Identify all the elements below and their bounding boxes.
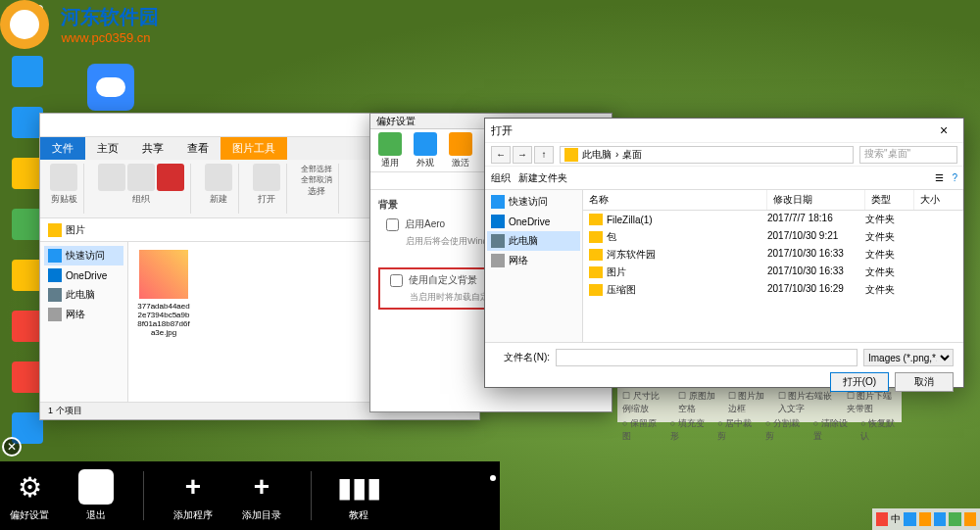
tray-icon[interactable] <box>964 512 976 526</box>
pc-icon <box>491 234 505 248</box>
sidebar-item-pc[interactable]: 此电脑 <box>487 231 580 251</box>
file-thumbnail <box>139 250 188 299</box>
tray-icon[interactable] <box>934 512 946 526</box>
ribbon-organize: 组织 <box>92 164 191 214</box>
pc-icon <box>48 288 62 302</box>
tab-view[interactable]: 查看 <box>175 137 220 160</box>
sidebar-item-pc[interactable]: 此电脑 <box>44 285 123 305</box>
sidebar-item-onedrive[interactable]: OneDrive <box>44 265 123 285</box>
prefs-tab-activate[interactable]: 激活 <box>444 132 477 169</box>
plus-icon: + <box>244 469 279 505</box>
check-icon <box>378 132 402 156</box>
books-icon: ▮▮▮ <box>341 469 376 505</box>
col-type[interactable]: 类型 <box>865 190 914 210</box>
dock-preferences[interactable]: ⚙偏好设置 <box>10 469 49 522</box>
open-button[interactable]: 打开(O) <box>830 372 889 392</box>
dock-separator <box>143 471 144 520</box>
col-date[interactable]: 修改日期 <box>767 190 865 210</box>
prefs-tab-appearance[interactable]: 外观 <box>409 132 442 169</box>
file-row[interactable]: 图片2017/10/30 16:33文件夹 <box>583 264 963 281</box>
folder-icon <box>589 284 603 296</box>
star-icon <box>48 249 62 263</box>
ribbon-new: 新建 <box>199 164 239 214</box>
custom-bg-checkbox[interactable] <box>390 274 403 287</box>
sidebar-item-quick[interactable]: 快速访问 <box>487 192 580 212</box>
option-radio[interactable]: ○ 保留原图 <box>622 417 659 443</box>
open-dialog-titlebar[interactable]: 打开 × <box>485 119 963 142</box>
up-button[interactable]: ↑ <box>534 146 554 164</box>
file-item[interactable]: 377adab44aed2e7394bc5a9b8f01a18b87d6fa3e… <box>136 250 191 337</box>
tray-icon[interactable] <box>949 512 960 526</box>
file-type-filter[interactable]: Images (*.png,*.jpg,*.jpeg) <box>863 349 954 366</box>
desktop-icon[interactable] <box>5 56 49 89</box>
pager-indicator[interactable] <box>490 475 496 481</box>
open-dialog-title: 打开 <box>491 123 513 138</box>
site-watermark: 河东软件园 www.pc0359.cn <box>0 0 159 49</box>
tray-icon[interactable] <box>876 512 888 526</box>
search-input[interactable]: 搜索"桌面" <box>859 146 957 164</box>
plus-icon: + <box>175 469 211 505</box>
close-button[interactable]: × <box>930 120 957 140</box>
sidebar-item-onedrive[interactable]: OneDrive <box>487 212 580 231</box>
option-radio[interactable]: ○ 居中裁剪 <box>717 417 754 443</box>
gear-icon: ⚙ <box>12 469 47 505</box>
forward-button[interactable]: → <box>513 146 532 164</box>
option-radio[interactable]: ○ 恢复默认 <box>860 417 897 443</box>
pc-icon <box>564 148 578 162</box>
star-icon <box>491 195 505 209</box>
file-row[interactable]: 河东软件园2017/10/30 16:33文件夹 <box>583 246 963 264</box>
sidebar-item-quick[interactable]: 快速访问 <box>44 246 123 265</box>
tab-share[interactable]: 共享 <box>130 137 175 160</box>
tab-file[interactable]: 文件 <box>40 137 85 160</box>
ime-indicator[interactable]: 中 <box>891 512 901 526</box>
dock-exit[interactable]: ✕退出 <box>78 469 114 522</box>
properties-button[interactable] <box>253 164 280 191</box>
dock-add-dir[interactable]: +添加目录 <box>242 469 281 522</box>
tray-icon[interactable] <box>904 512 915 526</box>
flash-icon <box>449 132 472 156</box>
folder-icon <box>589 249 603 261</box>
open-nav-bar: ← → ↑ 此电脑 › 桌面 搜索"桌面" <box>485 142 963 166</box>
tab-image-tools[interactable]: 图片工具 <box>220 137 287 160</box>
tray-icon[interactable] <box>919 512 931 526</box>
launcher-dock: ⚙偏好设置 ✕退出 +添加程序 +添加目录 ▮▮▮教程 <box>0 461 500 530</box>
file-name: 377adab44aed2e7394bc5a9b8f01a18b87d6fa3e… <box>136 302 191 337</box>
cloud-icon <box>48 268 62 282</box>
back-button[interactable]: ← <box>491 146 511 164</box>
dock-tutorial[interactable]: ▮▮▮教程 <box>341 469 376 522</box>
ribbon-open: 打开 <box>247 164 287 214</box>
organize-button[interactable]: 组织 <box>491 171 511 185</box>
open-file-dialog: 打开 × ← → ↑ 此电脑 › 桌面 搜索"桌面" 组织 新建文件夹 ☰ ? … <box>484 118 964 388</box>
option-radio[interactable]: ○ 填充变形 <box>670 417 707 443</box>
sidebar-item-network[interactable]: 网络 <box>487 251 580 270</box>
folder-icon <box>589 266 603 278</box>
open-dialog-footer: 文件名(N): Images (*.png,*.jpg,*.jpeg) 打开(O… <box>485 342 963 398</box>
copy-button[interactable] <box>127 164 155 191</box>
overlay-close-button[interactable]: ✕ <box>2 437 22 457</box>
ribbon-select: 全部选择 全部取消 选择 <box>295 164 339 214</box>
move-button[interactable] <box>98 164 125 191</box>
option-radio[interactable]: ○ 清除设置 <box>813 417 850 443</box>
address-bar[interactable]: 此电脑 › 桌面 <box>560 146 854 164</box>
dock-add-program[interactable]: +添加程序 <box>173 469 213 522</box>
pin-button[interactable] <box>50 164 77 191</box>
enable-aero-checkbox[interactable] <box>386 218 399 231</box>
col-size[interactable]: 大小 <box>914 190 963 210</box>
monitor-icon <box>414 132 437 156</box>
sidebar-item-network[interactable]: 网络 <box>44 305 123 324</box>
prefs-tab-general[interactable]: 通用 <box>373 132 407 169</box>
col-name[interactable]: 名称 <box>583 190 767 210</box>
delete-button[interactable] <box>157 164 184 191</box>
cancel-button[interactable]: 取消 <box>895 372 954 392</box>
view-button[interactable]: ☰ <box>935 172 944 183</box>
file-row[interactable]: FileZilla(1)2017/7/7 18:16文件夹 <box>583 211 963 228</box>
file-row[interactable]: 压缩图2017/10/30 16:29文件夹 <box>583 281 963 299</box>
explorer-sidebar: 快速访问 OneDrive 此电脑 网络 <box>40 242 128 403</box>
file-row[interactable]: 包2017/10/30 9:21文件夹 <box>583 228 963 246</box>
tab-home[interactable]: 主页 <box>85 137 130 160</box>
new-folder-button[interactable]: 新建文件夹 <box>518 171 567 185</box>
new-folder-button[interactable] <box>205 164 232 191</box>
filename-input[interactable] <box>556 349 858 366</box>
option-radio[interactable]: ○ 分割裁剪 <box>765 417 802 443</box>
help-button[interactable]: ? <box>952 172 957 183</box>
